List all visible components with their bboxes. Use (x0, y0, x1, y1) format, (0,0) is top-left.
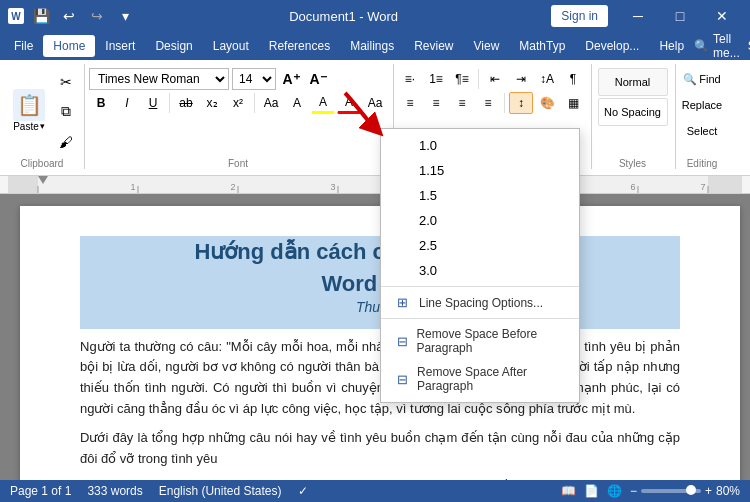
find-button[interactable]: 🔍Find (680, 68, 724, 90)
menu-review[interactable]: Review (404, 35, 463, 57)
strikethrough-button[interactable]: ab (174, 92, 198, 114)
bullets-button[interactable]: ≡· (398, 68, 422, 90)
minimize-button[interactable]: ─ (618, 0, 658, 32)
page-info: Page 1 of 1 (10, 484, 71, 498)
language-info: English (United States) (159, 484, 282, 498)
close-button[interactable]: ✕ (702, 0, 742, 32)
align-right-button[interactable]: ≡ (450, 92, 474, 114)
align-left-button[interactable]: ≡ (398, 92, 422, 114)
menu-layout[interactable]: Layout (203, 35, 259, 57)
increase-indent-button[interactable]: ⇥ (509, 68, 533, 90)
ribbon: 📋 Paste ▾ ✂ ⧉ 🖌 Clipboard T (0, 60, 750, 176)
editing-label: Editing (680, 158, 724, 169)
view-web-button[interactable]: 🌐 (607, 484, 622, 498)
separator3 (478, 69, 479, 89)
change-case-button[interactable]: Aa (363, 92, 387, 114)
borders-button[interactable]: ▦ (561, 92, 585, 114)
zoom-out-button[interactable]: − (630, 484, 637, 498)
bold-button[interactable]: B (89, 92, 113, 114)
tell-me-label: Tell me... (713, 32, 740, 60)
menu-help[interactable]: Help (649, 35, 694, 57)
decrease-font-button[interactable]: A⁻ (306, 68, 330, 90)
italic-button[interactable]: I (115, 92, 139, 114)
copy-button[interactable]: ⧉ (54, 102, 78, 122)
remove-space-before-button[interactable]: ⊟ Remove Space Before Paragraph (381, 322, 579, 360)
clipboard-group: 📋 Paste ▾ ✂ ⧉ 🖌 Clipboard (6, 64, 85, 169)
status-left: Page 1 of 1 333 words English (United St… (10, 484, 308, 498)
menu-file[interactable]: File (4, 35, 43, 57)
font-size-select[interactable]: 14 (232, 68, 276, 90)
paste-dropdown-icon[interactable]: ▾ (40, 121, 45, 131)
view-read-button[interactable]: 📖 (561, 484, 576, 498)
increase-font-button[interactable]: A⁺ (279, 68, 303, 90)
word-icon: W (8, 8, 24, 24)
paste-button[interactable]: 📋 Paste ▾ (6, 64, 52, 156)
remove-space-after-button[interactable]: ⊟ Remove Space After Paragraph (381, 360, 579, 398)
undo-button[interactable]: ↩ (58, 5, 80, 27)
sort-button[interactable]: ↕A (535, 68, 559, 90)
numbering-button[interactable]: 1≡ (424, 68, 448, 90)
menu-design[interactable]: Design (145, 35, 202, 57)
svg-text:6: 6 (630, 182, 635, 192)
format-painter-button[interactable]: 🖌 (54, 132, 78, 152)
cut-button[interactable]: ✂ (54, 72, 78, 92)
underline-button[interactable]: U (141, 92, 165, 114)
styles-heading1[interactable]: No Spacing (598, 98, 668, 126)
subscript-button[interactable]: x₂ (200, 92, 224, 114)
shading-button[interactable]: 🎨 (535, 92, 559, 114)
ls-option-15[interactable]: 1.5 (381, 183, 579, 208)
zoom-slider[interactable] (641, 489, 701, 493)
menu-developer[interactable]: Develop... (575, 35, 649, 57)
status-bar: Page 1 of 1 333 words English (United St… (0, 480, 750, 502)
restore-button[interactable]: □ (660, 0, 700, 32)
ls-options-button[interactable]: ⊞ Line Spacing Options... (381, 290, 579, 315)
font-name-select[interactable]: Times New Roman (89, 68, 229, 90)
svg-text:3: 3 (330, 182, 335, 192)
ls-option-2[interactable]: 2.0 (381, 208, 579, 233)
replace-button[interactable]: Replace (680, 94, 724, 116)
menu-bar: File Home Insert Design Layout Reference… (0, 32, 750, 60)
ls-option-115[interactable]: 1.15 (381, 158, 579, 183)
sign-in-button[interactable]: Sign in (551, 5, 608, 27)
styles-normal[interactable]: Normal (598, 68, 668, 96)
superscript-button[interactable]: x² (226, 92, 250, 114)
decrease-indent-button[interactable]: ⇤ (483, 68, 507, 90)
body-paragraph-2: Dưới đây là tổng hợp những câu nói hay v… (80, 428, 680, 470)
font-color-button[interactable]: A (337, 92, 361, 114)
ls-option-25[interactable]: 2.5 (381, 233, 579, 258)
multilevel-list-button[interactable]: ¶≡ (450, 68, 474, 90)
save-button[interactable]: 💾 (30, 5, 52, 27)
menu-mailings[interactable]: Mailings (340, 35, 404, 57)
menu-mathtype[interactable]: MathTyp (509, 35, 575, 57)
zoom-level: 80% (716, 484, 740, 498)
clear-format-button[interactable]: Aa (259, 92, 283, 114)
svg-text:2: 2 (230, 182, 235, 192)
menu-insert[interactable]: Insert (95, 35, 145, 57)
text-effect-button[interactable]: A (285, 92, 309, 114)
clipboard-label: Clipboard (21, 158, 64, 169)
svg-rect-1 (8, 176, 38, 194)
redo-button[interactable]: ↪ (86, 5, 108, 27)
ls-options-icon: ⊞ (397, 295, 411, 310)
select-button[interactable]: Select (680, 120, 724, 142)
menu-home[interactable]: Home (43, 35, 95, 57)
ls-option-1[interactable]: 1.0 (381, 133, 579, 158)
ls-option-3[interactable]: 3.0 (381, 258, 579, 283)
highlight-button[interactable]: A (311, 92, 335, 114)
justify-button[interactable]: ≡ (476, 92, 500, 114)
styles-group: Normal No Spacing Styles (596, 64, 676, 169)
show-formatting-button[interactable]: ¶ (561, 68, 585, 90)
title-bar: W 💾 ↩ ↪ ▾ Document1 - Word Sign in ─ □ ✕ (0, 0, 750, 32)
styles-label: Styles (596, 158, 669, 169)
align-center-button[interactable]: ≡ (424, 92, 448, 114)
zoom-in-button[interactable]: + (705, 484, 712, 498)
menu-view[interactable]: View (464, 35, 510, 57)
menu-references[interactable]: References (259, 35, 340, 57)
title-bar-right: Sign in ─ □ ✕ (551, 0, 742, 32)
view-print-button[interactable]: 📄 (584, 484, 599, 498)
paste-icon: 📋 (13, 89, 45, 121)
line-spacing-button[interactable]: ↕ (509, 92, 533, 114)
tell-me-box[interactable]: 🔍 Tell me... (694, 32, 740, 60)
customize-qat-button[interactable]: ▾ (114, 5, 136, 27)
font-group: Times New Roman 14 A⁺ A⁻ B I U ab x₂ x² (89, 64, 394, 169)
